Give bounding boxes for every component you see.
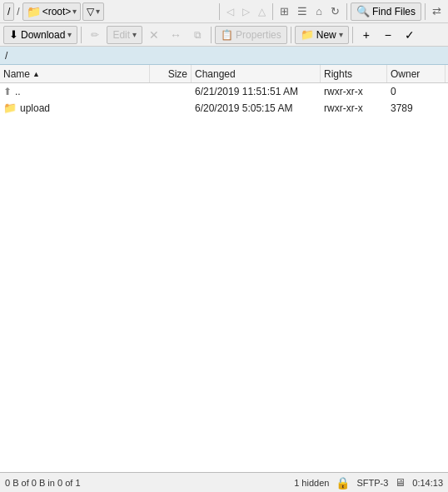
col-header-name[interactable]: Name ▲ <box>0 65 150 82</box>
properties-btn[interactable]: 📋 Properties <box>215 26 287 44</box>
col-size-label: Size <box>168 68 187 80</box>
cell-rights-upload: rwxr-xr-x <box>321 102 387 114</box>
col-owner-label: Owner <box>391 68 420 80</box>
refresh-icon: ↻ <box>331 5 340 17</box>
minus-icon: − <box>385 28 391 42</box>
check-btn[interactable]: ✓ <box>400 26 420 44</box>
col-header-changed[interactable]: Changed <box>192 65 321 82</box>
col-header-owner[interactable]: Owner <box>387 65 446 82</box>
root-label: <root> <box>42 6 72 17</box>
forward-icon: ▷ <box>242 6 250 17</box>
plus-btn[interactable]: + <box>356 26 376 44</box>
delete-icon: ✕ <box>149 28 159 42</box>
cell-name-upload: 📁 upload <box>0 102 150 114</box>
toolbar2-sep-4 <box>352 27 353 43</box>
edit-arrow: ▾ <box>132 30 137 39</box>
owner-value-upload: 3789 <box>391 102 413 114</box>
breadcrumb-dropdown-arrow: ▾ <box>72 7 77 16</box>
toolbar2-sep-3 <box>291 27 291 43</box>
status-hidden: 1 hidden <box>294 478 329 488</box>
delete-btn[interactable]: ✕ <box>144 26 164 44</box>
find-files-label: Find Files <box>372 6 416 17</box>
forward-btn[interactable]: ▷ <box>239 2 253 21</box>
breadcrumb-slash[interactable]: / <box>3 2 14 21</box>
plus-icon: + <box>363 28 370 42</box>
refresh-icon-btn[interactable]: ↻ <box>327 2 343 21</box>
properties-icon: 📋 <box>221 29 233 41</box>
download-btn[interactable]: ⬇ Download ▾ <box>3 26 77 44</box>
edit-label-btn[interactable]: Edit ▾ <box>107 26 142 44</box>
col-name-label: Name <box>3 68 30 80</box>
edit-icon-btn[interactable]: ✏ <box>85 26 105 44</box>
cell-changed-upload: 6/20/2019 5:05:15 AM <box>192 102 321 114</box>
slash-sep: / <box>17 6 19 17</box>
move-icon: ↔ <box>170 28 182 42</box>
toolbar-navigation: / / 📁 <root> ▾ ▽ ▾ ◁ ▷ △ ⊞ ☰ ⌂ ↻ 🔍 Fi <box>0 0 448 23</box>
session-time: 0:14:13 <box>412 478 443 488</box>
file-name-parent: .. <box>15 86 21 97</box>
back-icon: ◁ <box>226 6 234 17</box>
breadcrumb-nav: / / 📁 <root> ▾ ▽ ▾ <box>3 2 216 21</box>
copy-remote-btn[interactable]: ⇄ <box>429 2 445 21</box>
copy-btn[interactable]: ⧉ <box>187 26 207 44</box>
new-label: New <box>316 29 336 41</box>
new-btn[interactable]: 📁 New ▾ <box>295 26 349 44</box>
check-icon: ✓ <box>405 28 415 42</box>
folder-icon-breadcrumb: 📁 <box>27 5 41 18</box>
slash-label: / <box>7 6 10 17</box>
breadcrumb-root[interactable]: 📁 <root> ▾ <box>22 2 82 21</box>
new-icon: 📁 <box>301 28 314 41</box>
edit-label: Edit <box>112 29 130 41</box>
toolbar-separator-3 <box>346 3 347 20</box>
edit-icon: ✏ <box>91 29 99 41</box>
download-arrow: ▾ <box>67 30 72 39</box>
home-icon: ⌂ <box>316 5 322 17</box>
move-btn[interactable]: ↔ <box>166 26 186 44</box>
cell-name-parent: ⬆ .. <box>0 86 150 97</box>
status-right: 1 hidden 🔒 SFTP-3 🖥 0:14:13 <box>294 476 443 490</box>
file-list: ⬆ .. 6/21/2019 11:51:51 AM rwxr-xr-x 0 📁… <box>0 83 448 472</box>
filter-arrow: ▾ <box>96 7 100 16</box>
file-name-upload: upload <box>20 102 50 114</box>
status-file-info: 0 B of 0 B in 0 of 1 <box>5 478 294 488</box>
toolbar-actions: ⬇ Download ▾ ✏ Edit ▾ ✕ ↔ ⧉ 📋 Properties… <box>0 23 448 47</box>
cell-owner-parent: 0 <box>387 86 446 97</box>
table-row[interactable]: ⬆ .. 6/21/2019 11:51:51 AM rwxr-xr-x 0 <box>0 83 448 100</box>
status-bar: 0 B of 0 B in 0 of 1 1 hidden 🔒 SFTP-3 🖥… <box>0 472 448 492</box>
changed-value-upload: 6/20/2019 5:05:15 AM <box>195 102 292 114</box>
sftp-label: SFTP-3 <box>356 478 388 488</box>
table-row[interactable]: 📁 upload 6/20/2019 5:05:15 AM rwxr-xr-x … <box>0 100 448 117</box>
folder-icon-upload: 📁 <box>3 102 17 114</box>
filter-icon: ▽ <box>87 6 94 17</box>
monitor-icon: 🖥 <box>395 476 406 489</box>
back-btn[interactable]: ◁ <box>223 2 237 21</box>
path-bar: / <box>0 47 448 65</box>
sort-indicator: ▲ <box>32 70 40 78</box>
download-icon: ⬇ <box>9 28 18 41</box>
toolbar-separator-2 <box>272 3 273 20</box>
column-headers: Name ▲ Size Changed Rights Owner <box>0 65 448 83</box>
properties-label: Properties <box>236 29 281 41</box>
col-header-size[interactable]: Size <box>150 65 192 82</box>
copy-icon: ⧉ <box>194 29 202 41</box>
minus-btn[interactable]: − <box>378 26 398 44</box>
grid-icon-btn[interactable]: ⊞ <box>276 2 292 21</box>
list-icon-btn[interactable]: ☰ <box>294 2 311 21</box>
owner-value-parent: 0 <box>391 86 396 97</box>
up-icon: △ <box>258 6 266 17</box>
current-path: / <box>5 50 7 62</box>
home-icon-btn[interactable]: ⌂ <box>312 2 326 21</box>
toolbar2-sep-2 <box>211 27 212 43</box>
up-btn[interactable]: △ <box>255 2 269 21</box>
find-files-btn[interactable]: 🔍 Find Files <box>351 2 421 21</box>
cell-rights-parent: rwxr-xr-x <box>321 86 387 97</box>
col-changed-label: Changed <box>195 68 236 80</box>
changed-value-parent: 6/21/2019 11:51:51 AM <box>195 86 298 97</box>
new-arrow: ▾ <box>339 30 343 39</box>
cell-changed-parent: 6/21/2019 11:51:51 AM <box>192 86 321 97</box>
col-header-rights[interactable]: Rights <box>321 65 387 82</box>
parent-folder-icon: ⬆ <box>3 86 12 97</box>
toolbar-separator-4 <box>425 3 426 20</box>
filter-btn[interactable]: ▽ ▾ <box>82 2 104 21</box>
col-rights-label: Rights <box>324 68 352 80</box>
